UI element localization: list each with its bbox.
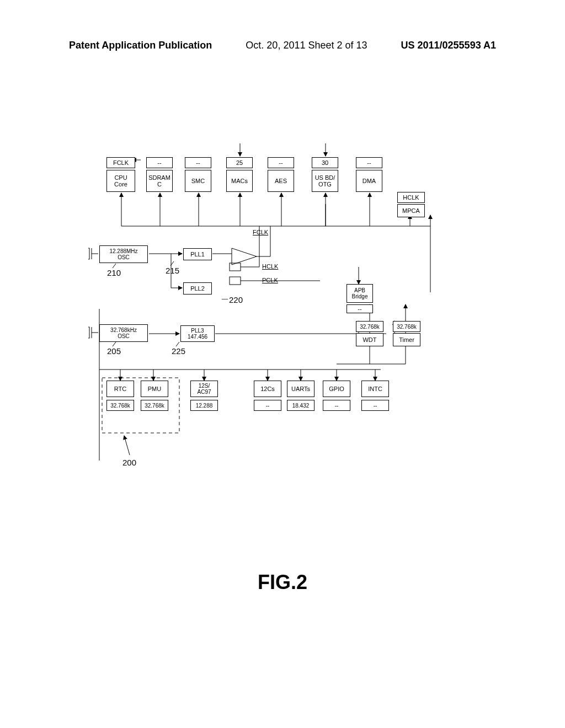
osc-12mhz: 12.288MHz OSC [99,245,148,263]
apb-bridge-box: APB Bridge [347,284,373,303]
wdt-32768k: 32.768k [356,321,383,332]
cpu-core-box: CPU Core [106,170,135,192]
macs-box: MACs [226,170,253,192]
top-dash-1: -- [146,157,173,168]
usbd-box: US BD/ OTG [312,170,338,192]
svg-line-45 [113,264,116,268]
pll3-box: PLL3 147.456 [180,325,215,342]
ref-200: 200 [122,458,136,467]
timer-box: Timer [393,333,420,346]
usbd-30: 30 [312,157,338,168]
clock-diagram: FCLK CPU Core -- SDRAM C -- SMC 25 MACs … [88,143,447,485]
smc-box: SMC [185,170,211,192]
aes-box: AES [268,170,294,192]
ref-205: 205 [107,346,121,356]
figure-title: FIG.2 [0,571,565,594]
i2s-12288: 12.288 [190,400,218,411]
ref-225: 225 [172,346,185,356]
svg-rect-49 [88,248,89,259]
svg-line-44 [124,436,130,455]
pll1-box: PLL1 [183,248,212,260]
svg-rect-53 [88,327,89,338]
dma-box: DMA [356,170,382,192]
i2s-box: 12S/ AC97 [190,381,218,397]
ref-220-leader: — [222,295,228,302]
pmu-32768k: 32.768k [141,400,168,411]
gpio-dash: -- [323,400,350,411]
i2c-dash: -- [254,400,281,411]
timer-32768k: 32.768k [393,321,420,332]
pll2-box: PLL2 [183,282,212,295]
header-left: Patent Application Publication [69,40,212,51]
svg-line-46 [113,342,116,346]
sdram-box: SDRAM C [146,170,173,192]
pclk-bus-label: PCLK [262,277,278,283]
rtc-box: RTC [106,381,134,397]
top-dash-4: -- [356,157,382,168]
fclk-box: FCLK [106,157,135,168]
wdt-box: WDT [356,333,383,346]
apb-dash: -- [347,304,373,313]
uarts-18432: 18.432 [287,400,315,411]
pmu-box: PMU [141,381,168,397]
ref-220: 220 [229,295,243,304]
rtc-32768k: 32.768k [106,400,134,411]
intc-dash: -- [361,400,389,411]
macs-25: 25 [226,157,253,168]
svg-rect-20 [230,277,241,285]
uarts-box: UARTs [287,381,315,397]
ref-210: 210 [107,268,121,277]
page-header: Patent Application Publication Oct. 20, … [69,40,496,51]
header-right: US 2011/0255593 A1 [401,40,496,51]
osc-32khz: 32.768kHz OSC [99,324,148,342]
hclk-box: HCLK [397,192,425,203]
hclk-bus-label: HCLK [262,263,278,270]
gpio-box: GPIO [323,381,350,397]
svg-line-48 [176,342,179,346]
ref-215: 215 [166,266,179,275]
mpca-box: MPCA [397,204,425,217]
svg-rect-19 [230,263,241,271]
intc-box: INTC [361,381,389,397]
top-dash-3: -- [268,157,294,168]
diagram-connectors [88,143,447,485]
i2c-box: 12Cs [254,381,281,397]
top-dash-2: -- [185,157,211,168]
header-middle: Oct. 20, 2011 Sheet 2 of 13 [246,40,367,51]
fclk-bus-label: FCLK [253,229,268,235]
